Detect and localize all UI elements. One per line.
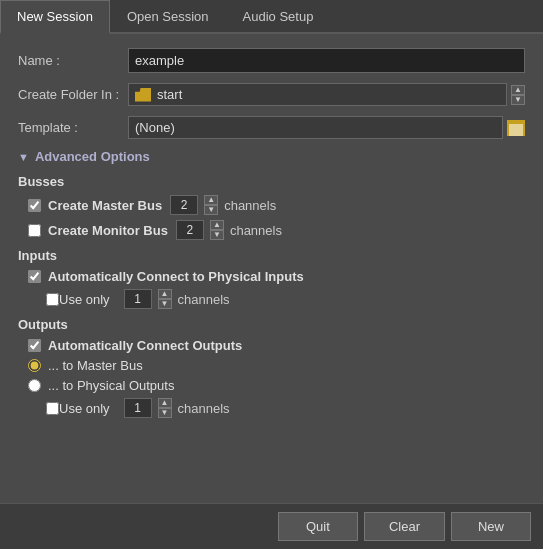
to-master-radio[interactable] xyxy=(28,359,41,372)
to-master-row: ... to Master Bus xyxy=(28,358,525,373)
auto-connect-inputs-row: Automatically Connect to Physical Inputs xyxy=(28,269,525,284)
advanced-label: Advanced Options xyxy=(35,149,150,164)
folder-spin-group: ▲ ▼ xyxy=(511,85,525,105)
name-label: Name : xyxy=(18,53,128,68)
new-button[interactable]: New xyxy=(451,512,531,541)
outputs-spin-group: ▲ ▼ xyxy=(158,398,172,418)
master-bus-checkbox[interactable] xyxy=(28,199,41,212)
outputs-use-only-label: Use only xyxy=(59,401,110,416)
auto-connect-outputs-row: Automatically Connect Outputs xyxy=(28,338,525,353)
monitor-bus-spin-group: ▲ ▼ xyxy=(210,220,224,240)
inputs-spin-group: ▲ ▼ xyxy=(158,289,172,309)
tab-bar: New Session Open Session Audio Setup xyxy=(0,0,543,34)
tab-audio-setup[interactable]: Audio Setup xyxy=(226,0,331,32)
master-bus-spin-down[interactable]: ▼ xyxy=(204,205,218,215)
to-physical-label: ... to Physical Outputs xyxy=(48,378,174,393)
inputs-use-only-checkbox[interactable] xyxy=(46,293,59,306)
tab-audio-setup-label: Audio Setup xyxy=(243,9,314,24)
folder-row: Create Folder In : start ▲ ▼ xyxy=(18,83,525,106)
master-bus-row: Create Master Bus ▲ ▼ channels xyxy=(28,195,525,215)
inputs-spin-up[interactable]: ▲ xyxy=(158,289,172,299)
to-physical-row: ... to Physical Outputs xyxy=(28,378,525,393)
master-bus-channels-input[interactable] xyxy=(170,195,198,215)
folder-icon xyxy=(135,88,151,102)
master-bus-spin-group: ▲ ▼ xyxy=(204,195,218,215)
inputs-channel-spin: ▲ ▼ xyxy=(124,289,172,309)
folder-spin-up[interactable]: ▲ xyxy=(511,85,525,95)
auto-connect-outputs-label: Automatically Connect Outputs xyxy=(48,338,242,353)
master-bus-label: Create Master Bus xyxy=(48,198,162,213)
busses-section: Busses Create Master Bus ▲ ▼ channels Cr… xyxy=(18,174,525,240)
tab-new-session-label: New Session xyxy=(17,9,93,24)
quit-button[interactable]: Quit xyxy=(278,512,358,541)
master-bus-spin-up[interactable]: ▲ xyxy=(204,195,218,205)
monitor-bus-label-text: Create Monitor Bus xyxy=(48,223,168,238)
master-bus-channel-spin: ▲ ▼ xyxy=(170,195,218,215)
auto-connect-outputs-label-text: Automatically Connect Outputs xyxy=(48,338,242,353)
inputs-section: Inputs Automatically Connect to Physical… xyxy=(18,248,525,309)
name-row: Name : xyxy=(18,48,525,73)
to-master-label: ... to Master Bus xyxy=(48,358,143,373)
template-wrapper: (None) xyxy=(128,116,503,139)
auto-connect-inputs-label-text: Automatically Connect to Physical Inputs xyxy=(48,269,304,284)
outputs-channels-input[interactable] xyxy=(124,398,152,418)
template-row: Template : (None) xyxy=(18,116,525,139)
inputs-channels-label: channels xyxy=(178,292,230,307)
auto-connect-outputs-checkbox[interactable] xyxy=(28,339,41,352)
busses-header: Busses xyxy=(18,174,525,189)
master-bus-label-text: Create Master Bus xyxy=(48,198,162,213)
inputs-use-only-row: Use only ▲ ▼ channels xyxy=(46,289,525,309)
inputs-channels-input[interactable] xyxy=(124,289,152,309)
tab-new-session[interactable]: New Session xyxy=(0,0,110,34)
advanced-arrow-icon: ▼ xyxy=(18,151,29,163)
auto-connect-inputs-label: Automatically Connect to Physical Inputs xyxy=(48,269,304,284)
inputs-spin-down[interactable]: ▼ xyxy=(158,299,172,309)
tab-open-session-label: Open Session xyxy=(127,9,209,24)
outputs-header: Outputs xyxy=(18,317,525,332)
outputs-use-only-checkbox[interactable] xyxy=(46,402,59,415)
to-physical-radio[interactable] xyxy=(28,379,41,392)
monitor-bus-spin-down[interactable]: ▼ xyxy=(210,230,224,240)
folder-select-wrapper: start xyxy=(128,83,507,106)
monitor-bus-channel-spin: ▲ ▼ xyxy=(176,220,224,240)
name-input[interactable] xyxy=(128,48,525,73)
template-label: Template : xyxy=(18,120,128,135)
main-content: Name : Create Folder In : start ▲ ▼ Temp… xyxy=(0,34,543,503)
monitor-bus-label: Create Monitor Bus xyxy=(48,223,168,238)
outputs-use-only-row: Use only ▲ ▼ channels xyxy=(46,398,525,418)
advanced-toggle[interactable]: ▼ Advanced Options xyxy=(18,149,525,164)
clear-button[interactable]: Clear xyxy=(364,512,445,541)
monitor-bus-checkbox[interactable] xyxy=(28,224,41,237)
folder-spin-down[interactable]: ▼ xyxy=(511,95,525,105)
inputs-use-only-label: Use only xyxy=(59,292,110,307)
tab-open-session[interactable]: Open Session xyxy=(110,0,226,32)
template-folder-icon[interactable] xyxy=(507,120,525,136)
outputs-channel-spin: ▲ ▼ xyxy=(124,398,172,418)
outputs-spin-up[interactable]: ▲ xyxy=(158,398,172,408)
template-value: (None) xyxy=(135,120,175,135)
folder-value: start xyxy=(157,87,182,102)
master-bus-channels-label: channels xyxy=(224,198,276,213)
monitor-bus-channels-label: channels xyxy=(230,223,282,238)
outputs-section: Outputs Automatically Connect Outputs ..… xyxy=(18,317,525,418)
auto-connect-inputs-checkbox[interactable] xyxy=(28,270,41,283)
outputs-spin-down[interactable]: ▼ xyxy=(158,408,172,418)
inputs-header: Inputs xyxy=(18,248,525,263)
folder-label: Create Folder In : xyxy=(18,87,128,102)
monitor-bus-spin-up[interactable]: ▲ xyxy=(210,220,224,230)
monitor-bus-channels-input[interactable] xyxy=(176,220,204,240)
bottom-bar: Quit Clear New xyxy=(0,503,543,549)
outputs-channels-label: channels xyxy=(178,401,230,416)
monitor-bus-row: Create Monitor Bus ▲ ▼ channels xyxy=(28,220,525,240)
